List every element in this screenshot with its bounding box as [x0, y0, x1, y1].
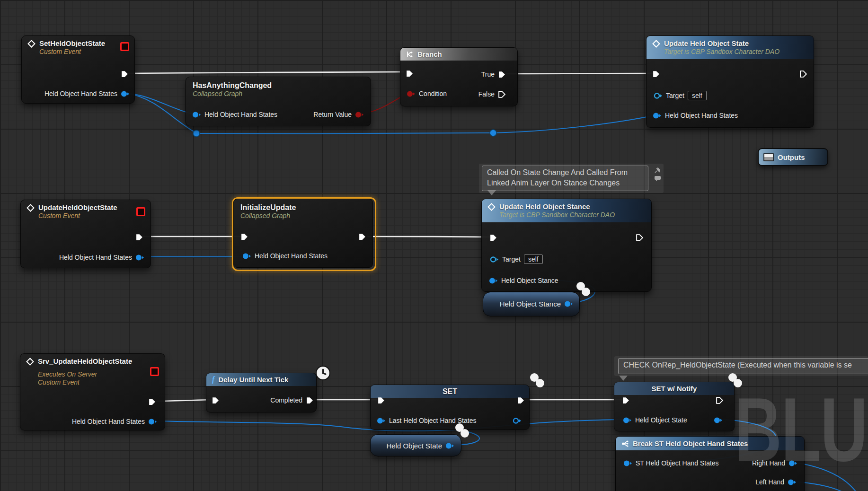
exec-in-pin[interactable] [240, 233, 248, 240]
comment-bubble-icon[interactable] [654, 175, 661, 182]
node-header[interactable]: SET [371, 385, 529, 398]
node-set-held-object-state-event[interactable]: SetHeldObjectState Custom Event Held Obj… [21, 35, 135, 104]
pin-target-in[interactable]: Target self [490, 255, 543, 263]
comment-check-onrep[interactable]: CHECK OnRep_HeldObjectState (Executed wh… [614, 356, 868, 376]
pin-held-object-hand-states-in[interactable]: Held Object Hand States [242, 252, 328, 260]
exec-in-pin[interactable] [652, 70, 660, 78]
pin-right-hand-out[interactable]: Right Hand [752, 459, 797, 467]
wire-data-reroute2-updatefn[interactable] [494, 115, 654, 133]
exec-in-pin[interactable] [212, 396, 220, 404]
pin-label: Return Value [313, 111, 352, 118]
node-break-st-held-object-hand-states[interactable]: Break ST Held Object Hand States ST Held… [615, 436, 805, 491]
node-branch[interactable]: Branch True Condition False [400, 47, 518, 106]
delegate-pin[interactable] [120, 42, 129, 51]
wire-data-setevent-haschanged[interactable] [126, 93, 193, 114]
selection-outline: InitializeUpdate Collapsed Graph Held Ob… [232, 197, 376, 271]
pin-left-hand-out[interactable]: Left Hand [755, 478, 797, 486]
pin-label: Target [666, 92, 684, 99]
wire-data-reroute1-reroute2[interactable] [197, 133, 492, 133]
exec-in-pin[interactable] [406, 70, 414, 77]
node-subtitle: Executes On Server [38, 370, 132, 378]
pin-held-object-hand-states-in[interactable]: Held Object Hand States [192, 111, 277, 118]
node-set-last-held-object-hand-states[interactable]: SET Last Held Object Hand States [370, 385, 530, 430]
exec-out-pin[interactable] [135, 233, 143, 241]
node-outputs-tunnel[interactable]: Outputs [758, 148, 828, 166]
pin-held-object-hand-states-out[interactable]: Held Object Hand States [59, 254, 144, 261]
pin-value-out[interactable] [513, 417, 522, 424]
reroute-node[interactable] [193, 130, 200, 137]
node-has-anything-changed[interactable]: HasAnythingChanged Collapsed Graph Held … [186, 77, 371, 126]
wire-exec-setevent-branch[interactable] [126, 72, 404, 73]
pin-label: Held Object Hand States [72, 418, 145, 425]
exec-out-true-pin[interactable]: True [481, 70, 506, 78]
node-initialize-update[interactable]: InitializeUpdate Collapsed Graph Held Ob… [233, 199, 373, 268]
node-srv-update-held-object-state[interactable]: Srv_UpdateHeldObjectState Executes On Se… [20, 353, 165, 430]
wire-data-setevent-reroute1[interactable] [126, 93, 195, 132]
node-subtitle: Target is CBP Sandbox Character DAO [664, 48, 779, 56]
pin-held-object-state-in[interactable]: Held Object State [623, 416, 687, 424]
node-held-object-state-getter[interactable]: Held Object State [370, 434, 461, 456]
node-update-held-object-state-fn[interactable]: Update Held Object State Target is CBP S… [646, 35, 814, 128]
pin-value-out[interactable] [714, 416, 723, 424]
delegate-pin[interactable] [150, 367, 159, 376]
node-title: UpdateHeldObjectState [38, 203, 117, 212]
exec-in-pin[interactable] [377, 396, 385, 404]
reroute-node[interactable] [490, 130, 496, 136]
exec-out-pin[interactable] [121, 70, 129, 78]
node-header[interactable]: SetHeldObjectState Custom Event [22, 36, 134, 59]
wire-exec-branch-true-update[interactable] [503, 73, 653, 74]
node-update-held-object-state-event[interactable]: UpdateHeldObjectState Custom Event Held … [20, 200, 151, 268]
pin-held-object-hand-states-out[interactable]: Held Object Hand States [44, 90, 130, 97]
node-update-held-object-stance[interactable]: Update Held Object Stance Target is CBP … [481, 199, 652, 292]
node-header[interactable]: Update Held Object Stance Target is CBP … [482, 199, 651, 222]
delegate-pin[interactable] [136, 207, 145, 216]
pin-st-held-object-hand-states-in[interactable]: ST Held Object Hand States [623, 459, 719, 467]
exec-out-pin[interactable] [716, 396, 724, 404]
comment-tail [487, 190, 496, 195]
node-held-object-stance-getter[interactable]: Held Object Stance [483, 292, 580, 316]
node-header[interactable]: Break ST Held Object Hand States [616, 437, 804, 450]
exec-out-pin[interactable] [799, 70, 807, 78]
pin-return-value-out[interactable]: Return Value [313, 111, 364, 118]
node-delay-until-next-tick[interactable]: f Delay Until Next Tick Completed [206, 373, 317, 412]
exec-out-completed-pin[interactable]: Completed [270, 396, 314, 404]
pin-last-held-object-hand-states-in[interactable]: Last Held Object Hand States [377, 417, 476, 424]
pin-held-object-hand-states-out[interactable]: Held Object Hand States [72, 418, 157, 425]
wire-exec-init-stance[interactable] [367, 237, 490, 237]
pin-label: Held Object State [635, 416, 687, 424]
comment-stance[interactable]: Called On State Change And Called From L… [479, 164, 664, 193]
node-header[interactable]: Update Held Object State Target is CBP S… [647, 36, 814, 59]
node-header[interactable]: UpdateHeldObjectState Custom Event [21, 200, 151, 223]
pin-bubble-icon[interactable] [654, 167, 661, 174]
event-diamond-icon [27, 40, 35, 48]
exec-out-pin[interactable] [517, 396, 525, 404]
exec-in-pin[interactable] [489, 234, 497, 241]
node-set-w-notify[interactable]: SET w/ Notify Held Object State [614, 382, 735, 431]
node-header[interactable]: f Delay Until Next Tick [206, 373, 316, 386]
exec-in-pin[interactable] [622, 396, 630, 404]
wire-data-righthand-out[interactable] [796, 463, 856, 491]
node-title: SetHeldObjectState [39, 39, 105, 48]
pin-condition-in[interactable]: Condition [407, 90, 447, 97]
pin-label: Held Object Hand States [204, 111, 277, 118]
exec-out-pin[interactable] [358, 233, 366, 240]
event-diamond-icon [26, 358, 34, 366]
variable-name: Held Object State [386, 442, 442, 450]
event-diamond-icon [652, 40, 660, 48]
pin-value-out[interactable]: Held Object State [386, 442, 454, 449]
graph-canvas[interactable]: SetHeldObjectState Custom Event Held Obj… [0, 0, 868, 491]
pin-value-out[interactable]: Held Object Stance [500, 300, 573, 307]
exec-out-false-pin[interactable]: False [478, 90, 506, 98]
node-header[interactable]: Branch [400, 48, 517, 61]
pin-held-object-hand-states-in[interactable]: Held Object Hand States [653, 112, 738, 119]
pin-held-object-stance-in[interactable]: Held Object Stance [489, 277, 558, 284]
node-header[interactable]: SET w/ Notify [614, 382, 734, 395]
target-self-value[interactable]: self [524, 254, 543, 264]
node-title: Update Held Object State [664, 39, 779, 48]
node-header[interactable]: Srv_UpdateHeldObjectState Executes On Se… [20, 354, 165, 390]
target-self-value[interactable]: self [688, 91, 707, 100]
exec-out-pin[interactable] [148, 398, 156, 405]
node-title: Srv_UpdateHeldObjectState [38, 357, 132, 366]
exec-out-pin[interactable] [636, 234, 644, 241]
pin-target-in[interactable]: Target self [654, 92, 707, 99]
